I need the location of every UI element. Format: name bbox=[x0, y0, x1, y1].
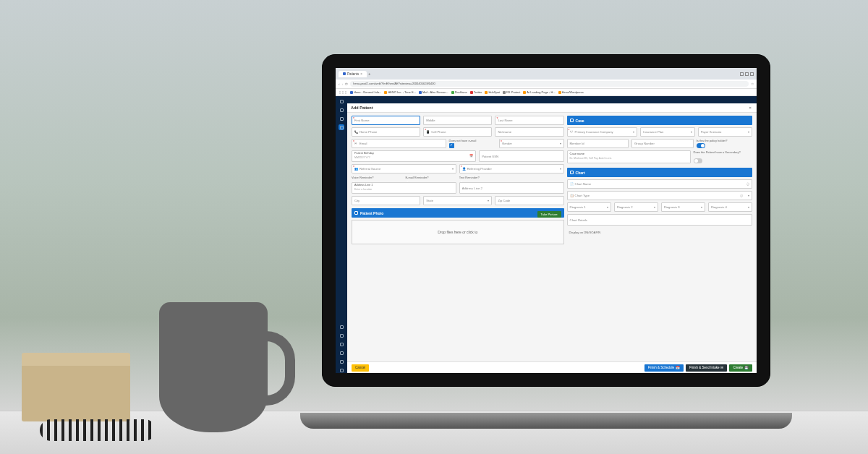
display-on-input[interactable]: Display on DN/SOAP/N bbox=[567, 228, 752, 237]
bookmark-item[interactable]: Mail - Alex Roman... bbox=[419, 90, 448, 94]
ssn-input[interactable]: Patient SSN bbox=[479, 150, 563, 162]
address2-input[interactable]: Address Line 2 bbox=[459, 182, 564, 194]
finish-schedule-button[interactable]: Finish & Schedule 📅 bbox=[644, 364, 684, 372]
first-name-input[interactable]: *First Name bbox=[352, 116, 420, 125]
last-name-input[interactable]: *Last Name bbox=[495, 116, 563, 125]
cancel-button[interactable]: Cancel bbox=[352, 364, 369, 372]
tab-title: Patients bbox=[347, 72, 359, 76]
browser-titlebar: Patients × + bbox=[336, 68, 757, 80]
bookmark-item[interactable]: HubSpot bbox=[485, 90, 500, 94]
shield-icon: 🛡 bbox=[570, 130, 574, 134]
group-number-input[interactable]: Group Number bbox=[631, 139, 693, 148]
diagnosis-3-select[interactable]: Diagnosis 3 bbox=[661, 202, 705, 212]
policy-holder-toggle[interactable] bbox=[697, 143, 705, 148]
apps-icon[interactable]: ⋮⋮⋮ bbox=[339, 90, 347, 94]
app-topbar bbox=[347, 96, 757, 103]
browser-tab[interactable]: Patients × bbox=[339, 71, 367, 77]
member-id-input[interactable]: Member Id bbox=[567, 139, 629, 148]
sidebar-item-settings[interactable] bbox=[339, 359, 344, 364]
doc-icon: 📄 bbox=[570, 182, 574, 186]
nickname-input[interactable]: Nickname bbox=[495, 127, 563, 137]
refresh-icon[interactable]: ⟳ bbox=[345, 82, 348, 86]
chart-name-input[interactable]: 📄Chart Nameⓘ bbox=[567, 179, 752, 189]
cell-phone-input[interactable]: *📱Cell Phone bbox=[423, 127, 492, 137]
gender-select[interactable]: *Gender bbox=[499, 139, 564, 148]
bookmark-item[interactable]: Heno/Wordpress bbox=[558, 90, 584, 94]
address1-input[interactable]: Address Line 1 Enter a location bbox=[352, 182, 456, 194]
zip-input[interactable]: Zip Code bbox=[495, 196, 563, 205]
sidebar-item-docs[interactable] bbox=[339, 341, 344, 347]
info-icon[interactable]: ⓘ bbox=[740, 194, 743, 197]
take-picture-button[interactable]: Take Picture bbox=[537, 211, 561, 218]
insurance-plan-select[interactable]: Insurance Plan bbox=[640, 127, 694, 137]
referring-provider-select[interactable]: *👤Referring Provider bbox=[459, 164, 564, 174]
new-tab-button[interactable]: + bbox=[368, 72, 371, 76]
chart-details-input[interactable]: Chart Details bbox=[567, 214, 752, 226]
bookmark-item[interactable]: Dashlane bbox=[451, 90, 467, 94]
sidebar-item-search[interactable] bbox=[339, 124, 344, 130]
back-icon[interactable]: ‹ bbox=[339, 82, 340, 86]
forward-icon[interactable]: › bbox=[342, 82, 344, 86]
tab-favicon bbox=[343, 72, 346, 75]
bookmark-item[interactable]: At Landing Page - H... bbox=[523, 90, 555, 94]
calendar-icon[interactable]: 📅 bbox=[469, 154, 473, 158]
bookmark-item[interactable]: Twitter bbox=[470, 90, 482, 94]
modal-title: Add Patient bbox=[351, 106, 373, 110]
email-reminder-label: E-mail Reminder? bbox=[405, 176, 456, 179]
state-select[interactable]: State bbox=[423, 196, 492, 205]
case-name-input[interactable]: Case name Ex. Medicare BC, Self Pay, Aut… bbox=[567, 150, 691, 163]
sidebar-item-help[interactable] bbox=[339, 367, 344, 373]
camera-icon bbox=[354, 211, 358, 215]
laptop-base bbox=[300, 413, 792, 429]
bookmark-item[interactable]: RS Protect bbox=[503, 90, 520, 94]
phone-icon: 📞 bbox=[354, 130, 358, 134]
info-icon[interactable]: ⓘ bbox=[746, 182, 749, 186]
url-field[interactable]: heno-prod2.com/web/?/mE/hen/AE?siteview=… bbox=[350, 81, 749, 87]
star-icon[interactable]: ☆ bbox=[751, 82, 754, 86]
provider-icon: 👤 bbox=[462, 167, 466, 171]
bookmarks-bar: ⋮⋮⋮ Heno - General Info... HENO Inc. - T… bbox=[336, 89, 757, 96]
email-input[interactable]: *✉Email bbox=[352, 139, 446, 148]
search-icon bbox=[340, 126, 344, 129]
diagnosis-1-select[interactable]: Diagnosis 1 bbox=[567, 202, 611, 212]
modal-header: Add Patient × bbox=[347, 103, 757, 113]
laptop-frame: Patients × + ‹ › ⟳ heno-prod2.com/web/?/… bbox=[322, 54, 770, 387]
patient-photo-header: Patient Photo bbox=[352, 208, 564, 218]
case-header: Case bbox=[567, 116, 752, 125]
screen: Patients × + ‹ › ⟳ heno-prod2.com/web/?/… bbox=[336, 68, 757, 373]
modal-close-button[interactable]: × bbox=[747, 105, 753, 111]
sidebar-item-reports[interactable] bbox=[339, 324, 344, 330]
chart-header: Chart bbox=[567, 168, 752, 177]
close-icon[interactable]: × bbox=[360, 72, 362, 76]
minimize-button[interactable] bbox=[740, 72, 744, 76]
create-button[interactable]: Create 💾 bbox=[729, 364, 752, 372]
case-icon bbox=[570, 119, 574, 122]
chart-type-select[interactable]: 📋Chart Typeⓘ bbox=[567, 191, 752, 200]
sidebar-item-calendar[interactable] bbox=[339, 107, 344, 113]
finish-intake-button[interactable]: Finish & Send Intake ✉ bbox=[686, 364, 728, 372]
sidebar-item-home[interactable] bbox=[339, 98, 344, 104]
birthday-input[interactable]: Patient Birthday MM/DD/YYYY 📅 bbox=[352, 150, 476, 162]
type-icon: 📋 bbox=[570, 194, 574, 197]
sidebar-item-patients[interactable] bbox=[339, 116, 344, 121]
sidebar-item-users[interactable] bbox=[339, 350, 344, 356]
chart-icon bbox=[570, 171, 574, 174]
home-phone-input[interactable]: 📞Home Phone bbox=[352, 127, 420, 137]
city-input[interactable]: City bbox=[352, 196, 420, 205]
sidebar-item-billing[interactable] bbox=[339, 333, 344, 338]
secondary-toggle[interactable] bbox=[694, 158, 702, 163]
insurance-company-select[interactable]: *🛡Primary Insurance Company bbox=[567, 127, 638, 137]
maximize-button[interactable] bbox=[745, 72, 749, 76]
file-dropzone[interactable]: Drop files here or click to bbox=[352, 220, 564, 244]
middle-input[interactable]: Middle bbox=[423, 116, 492, 125]
referral-source-select[interactable]: *👥Referral Source bbox=[352, 164, 456, 174]
no-email-checkbox[interactable] bbox=[449, 143, 454, 148]
desk-box bbox=[22, 353, 130, 421]
window-close-button[interactable] bbox=[750, 72, 754, 76]
diagnosis-2-select[interactable]: Diagnosis 2 bbox=[614, 202, 658, 212]
mobile-icon: 📱 bbox=[426, 130, 430, 134]
payer-scenario-select[interactable]: Payer Scenario bbox=[698, 127, 752, 137]
bookmark-item[interactable]: HENO Inc. - Time E... bbox=[384, 90, 415, 94]
bookmark-item[interactable]: Heno - General Info... bbox=[350, 90, 381, 94]
diagnosis-4-select[interactable]: Diagnosis 4 bbox=[708, 202, 752, 212]
